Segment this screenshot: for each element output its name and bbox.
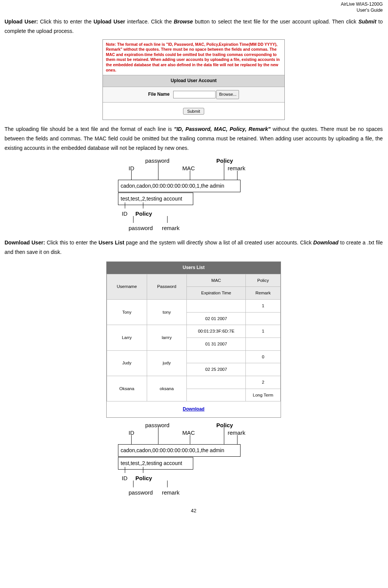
browse-bold: Browse: [174, 19, 193, 25]
cell-password: judy: [147, 350, 187, 376]
table-row: Larrylarrry00:01:23:3F:6D:7E1: [107, 325, 281, 338]
doc-subtitle: User's Guide: [357, 8, 383, 13]
upload-user-panel: Note: The format of each line is "ID, Pa…: [102, 39, 285, 120]
users-list-title: Users List: [107, 262, 281, 274]
col-mac: MAC: [187, 274, 246, 287]
cell-expiration: [187, 389, 246, 401]
diagram-example-line1: cadon,cadon,00:00:00:00:00:00,1,the admi…: [118, 444, 241, 457]
doc-header: AirLive WIAS-1200G User's Guide: [5, 2, 383, 13]
diagram-label-password: password: [129, 487, 153, 498]
diagram-label-password: password: [145, 420, 169, 430]
diagram-line: [167, 481, 168, 487]
diagram-label-remark: remark: [228, 428, 245, 438]
diagram-line: [167, 216, 168, 223]
cell-remark: [246, 338, 281, 350]
page-number: 42: [5, 506, 383, 515]
users-list-panel: Users List Username Password MAC Policy …: [106, 261, 281, 418]
diagram-line: [143, 467, 143, 473]
diagram-line: [158, 162, 158, 180]
diagram-label-remark: remark: [162, 223, 180, 233]
users-list-bold: Users List: [99, 240, 124, 246]
diagram-label-mac: MAC: [182, 163, 195, 173]
cell-username: Oksana: [107, 376, 147, 401]
diagram-label-policy: Policy: [135, 208, 152, 219]
submit-button[interactable]: Submit: [183, 108, 204, 115]
table-row: Tonytony1: [107, 299, 281, 312]
cell-policy: 1: [246, 325, 281, 338]
diagram-label-id: ID: [122, 473, 127, 483]
product-name: AirLive WIAS-1200G: [341, 2, 383, 7]
diagram-label-password: password: [129, 223, 153, 233]
diagram-line: [224, 162, 224, 180]
diagram-line: [237, 171, 237, 180]
diagram-example-line2: test,test,,2,testing account: [118, 457, 193, 470]
diagram-label-remark: remark: [162, 487, 180, 498]
diagram-label-mac: MAC: [182, 428, 195, 438]
upload-note-text: Note: The format of each line is "ID, Pa…: [103, 40, 284, 75]
diagram-line: [125, 202, 125, 208]
cell-expiration: 01 31 2007: [187, 338, 246, 350]
cell-mac: [187, 299, 246, 312]
download-user-label: Download User:: [5, 240, 45, 246]
col-policy: Policy: [246, 274, 281, 287]
cell-policy: 2: [246, 376, 281, 389]
users-list-table: Username Password MAC Policy Expiration …: [107, 274, 281, 402]
cell-remark: [246, 312, 281, 325]
cell-password: oksana: [147, 376, 187, 401]
cell-mac: [187, 376, 246, 389]
diagram-line: [190, 435, 190, 444]
file-name-label: File Name: [148, 90, 170, 99]
paragraph-download-user: Download User: Click this to enter the U…: [5, 238, 383, 257]
table-header-row: Username Password MAC Policy: [107, 274, 281, 287]
col-expiration: Expiration Time: [187, 287, 246, 300]
paragraph-upload-user: Upload User: Click this to enter the Upl…: [5, 17, 383, 36]
diagram-label-policy: Policy: [135, 473, 152, 483]
diagram-line: [237, 435, 237, 444]
diagram-label-remark: remark: [228, 163, 245, 173]
diagram-line: [131, 435, 132, 444]
cell-expiration: 02 25 2007: [187, 363, 246, 376]
diagram-line: [131, 171, 132, 180]
cell-password: larrry: [147, 325, 187, 350]
upload-user-title-bar: Upload User Account: [103, 75, 284, 87]
csv-format-diagram: ID password MAC Policy remark cadon,cado…: [110, 420, 277, 499]
file-text-field[interactable]: [173, 91, 216, 98]
diagram-example-line2: test,test,,2,testing account: [118, 193, 193, 205]
download-bold: Download: [313, 240, 338, 246]
diagram-line: [133, 216, 133, 223]
cell-mac: [187, 350, 246, 363]
cell-username: Larry: [107, 325, 147, 350]
diagram-line: [125, 467, 125, 473]
col-password: Password: [147, 274, 187, 299]
cell-mac: 00:01:23:3F:6D:7E: [187, 325, 246, 338]
cell-password: tony: [147, 299, 187, 325]
diagram-line: [224, 427, 224, 444]
cell-remark: Long Term: [246, 389, 281, 401]
browse-button[interactable]: Browse...: [216, 90, 239, 99]
diagram-line: [190, 171, 190, 180]
diagram-label-password: password: [145, 156, 169, 166]
cell-remark: [246, 363, 281, 376]
col-remark: Remark: [246, 287, 281, 300]
format-string: "ID, Password, MAC, Policy, Remark": [174, 126, 270, 132]
upload-user-label: Upload User:: [5, 19, 38, 25]
cell-policy: 0: [246, 350, 281, 363]
csv-format-diagram: ID password MAC Policy remark cadon,cado…: [110, 156, 277, 235]
download-link[interactable]: Download: [183, 406, 204, 412]
diagram-label-id: ID: [122, 208, 127, 219]
diagram-line: [133, 481, 133, 487]
cell-policy: 1: [246, 299, 281, 312]
submit-bold: Submit: [359, 19, 376, 25]
diagram-example-line1: cadon,cadon,00:00:00:00:00:00,1,the admi…: [118, 180, 241, 192]
diagram-line: [143, 202, 143, 208]
file-name-row: File Name Browse...: [103, 87, 284, 103]
cell-username: Tony: [107, 299, 147, 325]
upload-user-bold: Upload User: [93, 19, 125, 25]
diagram-line: [158, 427, 158, 444]
col-username: Username: [107, 274, 147, 299]
table-row: Judyjudy0: [107, 350, 281, 363]
file-input[interactable]: Browse...: [173, 90, 239, 99]
cell-expiration: 02 01 2007: [187, 312, 246, 325]
table-row: Oksanaoksana2: [107, 376, 281, 389]
paragraph-format: The uploading file should be a text file…: [5, 124, 383, 153]
